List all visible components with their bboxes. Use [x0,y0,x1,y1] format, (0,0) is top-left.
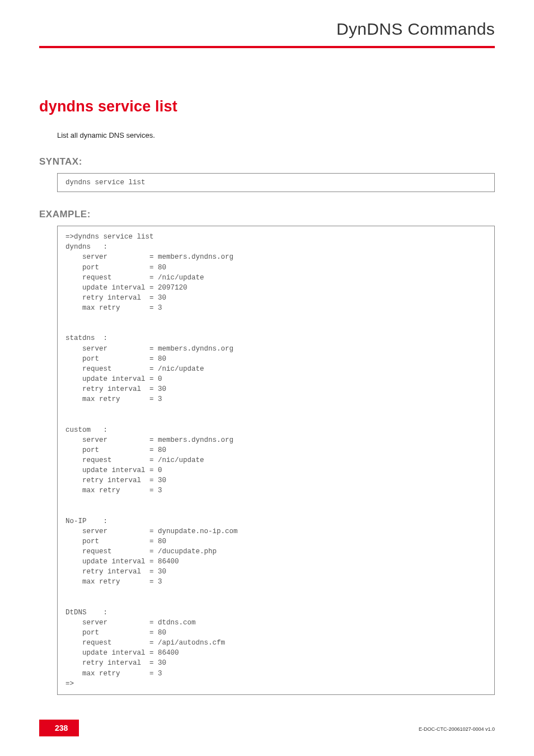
syntax-code: dyndns service list [57,173,495,192]
page-number-badge: 238 [39,720,79,736]
example-code: =>dyndns service list dyndns : server = … [57,226,495,695]
example-heading: EXAMPLE: [39,209,495,220]
page-footer: 238 E-DOC-CTC-20061027-0004 v1.0 [0,720,534,736]
main-content: dyndns service list List all dynamic DNS… [0,98,534,695]
document-id: E-DOC-CTC-20061027-0004 v1.0 [419,726,495,732]
page-title: dyndns service list [39,98,495,115]
page-description: List all dynamic DNS services. [57,131,495,139]
header-title: DynDNS Commands [336,20,495,39]
page-header: DynDNS Commands [0,0,534,73]
header-underline [39,46,495,48]
syntax-heading: SYNTAX: [39,156,495,167]
